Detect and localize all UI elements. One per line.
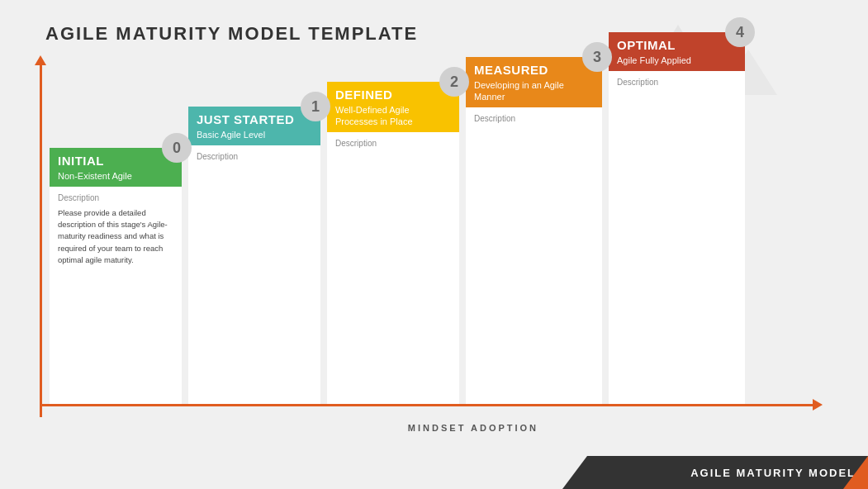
footer-bar-left-accent — [562, 456, 587, 489]
badge-2: 2 — [439, 67, 469, 97]
card-initial-header: 0 INITIAL Non-Existent Agile — [50, 148, 182, 187]
card-initial-title: INITIAL — [58, 154, 173, 169]
card-optimal-body: Description — [609, 71, 745, 404]
footer-bar: AGILE MATURITY MODEL — [587, 456, 868, 489]
card-measured-header: 3 MEASURED Developing in an Agile Manner — [466, 57, 602, 107]
card-measured-subtitle: Developing in an Agile Manner — [474, 79, 594, 103]
main-container: AGILE MATURITY MODEL TEMPLATE ORGANIZATI… — [0, 0, 868, 489]
card-measured-body: Description — [466, 107, 602, 404]
card-defined: 2 DEFINED Well-Defined Agile Processes i… — [327, 82, 459, 404]
card-measured: 3 MEASURED Developing in an Agile Manner… — [466, 57, 602, 404]
card-initial-subtitle: Non-Existent Agile — [58, 170, 173, 182]
card-just-started-title: JUST STARTED — [197, 113, 312, 127]
card-defined-header: 2 DEFINED Well-Defined Agile Processes i… — [327, 82, 459, 132]
card-optimal-desc-label: Description — [617, 78, 737, 87]
badge-0: 0 — [162, 133, 192, 163]
cards-container: 0 INITIAL Non-Existent Agile Description… — [50, 32, 745, 404]
card-just-started-desc-label: Description — [197, 152, 312, 161]
card-measured-desc-label: Description — [474, 114, 594, 123]
card-optimal-header: 4 OPTIMAL Agile Fully Applied — [609, 32, 745, 71]
card-defined-desc-label: Description — [335, 139, 451, 148]
card-optimal-subtitle: Agile Fully Applied — [617, 55, 737, 66]
badge-1: 1 — [301, 92, 330, 121]
badge-3: 3 — [582, 42, 612, 72]
card-just-started-body: Description — [188, 145, 320, 404]
card-defined-title: DEFINED — [335, 88, 451, 102]
card-just-started-header: 1 JUST STARTED Basic Agile Level — [188, 107, 320, 145]
card-optimal: 4 OPTIMAL Agile Fully Applied Descriptio… — [609, 32, 745, 404]
card-defined-subtitle: Well-Defined Agile Processes in Place — [335, 104, 451, 128]
card-measured-title: MEASURED — [474, 64, 594, 78]
card-optimal-title: OPTIMAL — [617, 39, 737, 53]
card-initial-desc-text: Please provide a detailed description of… — [58, 207, 173, 266]
card-initial-desc-label: Description — [58, 193, 173, 202]
card-defined-body: Description — [327, 132, 459, 404]
y-axis-arrow — [40, 62, 42, 417]
card-initial-body: Description Please provide a detailed de… — [50, 187, 182, 404]
footer-accent — [843, 456, 868, 489]
card-just-started-subtitle: Basic Agile Level — [197, 129, 312, 140]
x-axis-arrow — [40, 404, 816, 406]
card-initial: 0 INITIAL Non-Existent Agile Description… — [50, 148, 182, 404]
card-just-started: 1 JUST STARTED Basic Agile Level Descrip… — [188, 107, 320, 404]
footer-text: AGILE MATURITY MODEL — [690, 467, 856, 479]
x-axis-label: MINDSET ADOPTION — [408, 423, 538, 433]
badge-4: 4 — [725, 17, 755, 47]
